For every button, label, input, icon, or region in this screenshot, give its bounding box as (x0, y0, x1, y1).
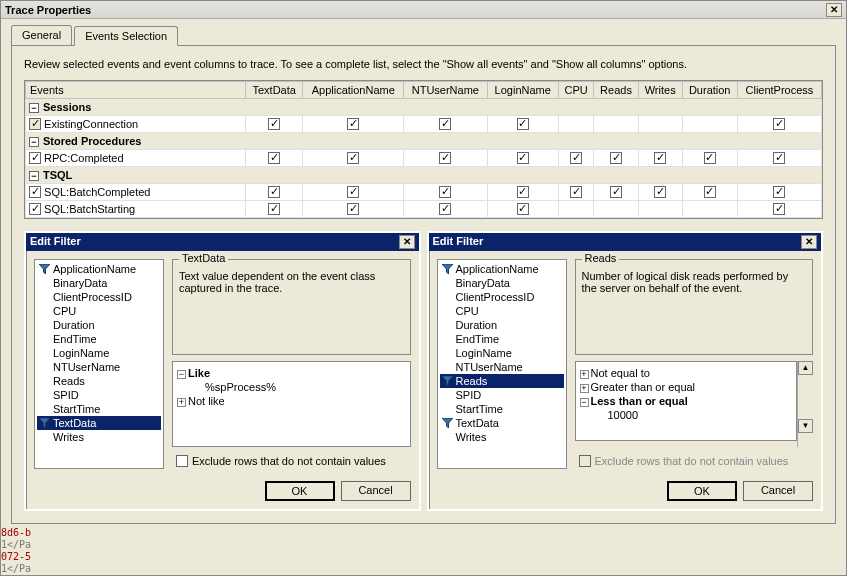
field-loginname[interactable]: LoginName (440, 346, 564, 360)
scroll-down-icon[interactable]: ▼ (798, 419, 813, 433)
field-textdata[interactable]: TextData (37, 416, 161, 430)
exclude-checkbox[interactable] (176, 455, 188, 467)
tab-general[interactable]: General (11, 25, 72, 45)
cell-checkbox[interactable] (347, 203, 359, 215)
cancel-button[interactable]: Cancel (743, 481, 813, 501)
field-applicationname[interactable]: ApplicationName (37, 262, 161, 276)
cell-checkbox[interactable] (773, 118, 785, 130)
criteria-notlike: Not like (188, 395, 225, 407)
cell-checkbox[interactable] (439, 186, 451, 198)
collapse-icon[interactable]: − (29, 171, 39, 181)
close-icon[interactable]: ✕ (399, 235, 415, 249)
field-reads[interactable]: Reads (37, 374, 161, 388)
col-duration[interactable]: Duration (682, 82, 737, 99)
ok-button[interactable]: OK (667, 481, 737, 501)
field-loginname[interactable]: LoginName (37, 346, 161, 360)
cell-checkbox[interactable] (654, 152, 666, 164)
event-checkbox[interactable] (29, 152, 41, 164)
field-duration[interactable]: Duration (440, 318, 564, 332)
criteria-tree[interactable]: −Like %spProcess% +Not like (172, 361, 411, 447)
cell-checkbox[interactable] (268, 118, 280, 130)
cancel-button[interactable]: Cancel (341, 481, 411, 501)
cell-checkbox[interactable] (773, 203, 785, 215)
cell-checkbox[interactable] (773, 152, 785, 164)
cell-checkbox[interactable] (439, 152, 451, 164)
cell-checkbox[interactable] (439, 203, 451, 215)
cell-checkbox[interactable] (268, 186, 280, 198)
cell-checkbox[interactable] (610, 186, 622, 198)
col-textdata[interactable]: TextData (246, 82, 303, 99)
field-endtime[interactable]: EndTime (37, 332, 161, 346)
col-reads[interactable]: Reads (594, 82, 639, 99)
cell-checkbox[interactable] (347, 152, 359, 164)
close-icon[interactable]: ✕ (826, 3, 842, 17)
cell-checkbox[interactable] (268, 203, 280, 215)
field-ntusername[interactable]: NTUserName (440, 360, 564, 374)
field-writes[interactable]: Writes (440, 430, 564, 444)
collapse-icon[interactable]: − (29, 103, 39, 113)
cell-checkbox[interactable] (439, 118, 451, 130)
field-cpu[interactable]: CPU (440, 304, 564, 318)
filter-field-list[interactable]: ApplicationName BinaryData ClientProcess… (34, 259, 164, 469)
field-reads[interactable]: Reads (440, 374, 564, 388)
dialog-title: Edit Filter (30, 235, 81, 249)
cell-checkbox[interactable] (268, 152, 280, 164)
expand-icon[interactable]: + (580, 384, 589, 393)
cell-checkbox[interactable] (570, 152, 582, 164)
collapse-icon[interactable]: − (29, 137, 39, 147)
cell-checkbox[interactable] (517, 186, 529, 198)
col-loginname[interactable]: LoginName (487, 82, 558, 99)
tab-events-selection[interactable]: Events Selection (74, 26, 178, 46)
criteria-like-value[interactable]: %spProcess% (177, 380, 406, 394)
field-applicationname[interactable]: ApplicationName (440, 262, 564, 276)
cell-checkbox[interactable] (654, 186, 666, 198)
col-events[interactable]: Events (26, 82, 246, 99)
exclude-row: Exclude rows that do not contain values (575, 453, 814, 469)
cell-checkbox[interactable] (517, 152, 529, 164)
col-writes[interactable]: Writes (638, 82, 682, 99)
cell-checkbox[interactable] (517, 118, 529, 130)
col-applicationname[interactable]: ApplicationName (303, 82, 404, 99)
cell-checkbox[interactable] (347, 186, 359, 198)
exclude-row: Exclude rows that do not contain values (172, 453, 411, 469)
col-clientprocess[interactable]: ClientProcess (737, 82, 821, 99)
field-ntusername[interactable]: NTUserName (37, 360, 161, 374)
scroll-up-icon[interactable]: ▲ (798, 361, 813, 375)
cell-checkbox[interactable] (773, 186, 785, 198)
cell-checkbox[interactable] (570, 186, 582, 198)
filter-field-list[interactable]: ApplicationName BinaryData ClientProcess… (437, 259, 567, 469)
field-spid[interactable]: SPID (440, 388, 564, 402)
field-starttime[interactable]: StartTime (37, 402, 161, 416)
expand-icon[interactable]: + (177, 398, 186, 407)
ok-button[interactable]: OK (265, 481, 335, 501)
field-binarydata[interactable]: BinaryData (37, 276, 161, 290)
close-icon[interactable]: ✕ (801, 235, 817, 249)
scrollbar[interactable]: ▲ ▼ (797, 361, 813, 447)
field-binarydata[interactable]: BinaryData (440, 276, 564, 290)
cell-checkbox[interactable] (517, 203, 529, 215)
expand-icon[interactable]: + (580, 370, 589, 379)
field-clientprocessid[interactable]: ClientProcessID (37, 290, 161, 304)
col-ntusername[interactable]: NTUserName (404, 82, 487, 99)
field-description: Text value dependent on the event class … (179, 266, 404, 294)
criteria-lte-value[interactable]: 10000 (580, 408, 793, 422)
field-cpu[interactable]: CPU (37, 304, 161, 318)
field-starttime[interactable]: StartTime (440, 402, 564, 416)
event-checkbox[interactable] (29, 203, 41, 215)
field-spid[interactable]: SPID (37, 388, 161, 402)
cell-checkbox[interactable] (704, 186, 716, 198)
collapse-icon[interactable]: − (177, 370, 186, 379)
cell-checkbox[interactable] (704, 152, 716, 164)
col-cpu[interactable]: CPU (558, 82, 593, 99)
field-clientprocessid[interactable]: ClientProcessID (440, 290, 564, 304)
collapse-icon[interactable]: − (580, 398, 589, 407)
field-duration[interactable]: Duration (37, 318, 161, 332)
cell-checkbox[interactable] (347, 118, 359, 130)
field-endtime[interactable]: EndTime (440, 332, 564, 346)
event-checkbox[interactable] (29, 186, 41, 198)
funnel-icon (442, 264, 453, 274)
cell-checkbox[interactable] (610, 152, 622, 164)
criteria-tree[interactable]: +Not equal to +Greater than or equal −Le… (575, 361, 798, 441)
field-textdata[interactable]: TextData (440, 416, 564, 430)
field-writes[interactable]: Writes (37, 430, 161, 444)
